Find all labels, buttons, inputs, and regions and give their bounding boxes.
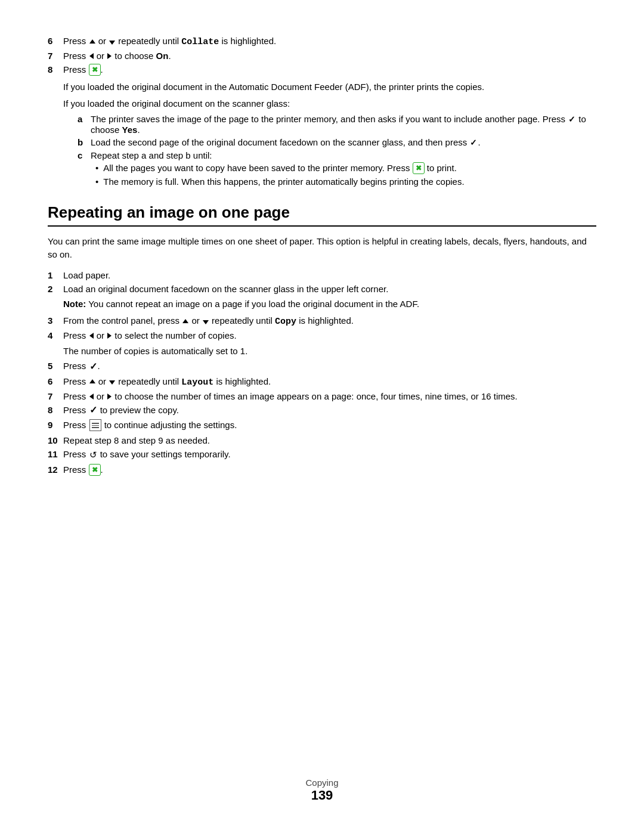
main-step-9: 9 Press to continue adjusting the settin…: [48, 420, 596, 432]
main-step-11: 11 Press ↺ to save your settings tempora…: [48, 449, 596, 460]
main-step-12-content: Press ✖.: [63, 465, 596, 476]
footer: Copying 139: [0, 778, 644, 803]
left-arrow-icon: [89, 53, 94, 59]
main-step-num-9: 9: [48, 420, 61, 430]
footer-page: 139: [0, 788, 644, 803]
main-step-11-content: Press ↺ to save your settings temporaril…: [63, 449, 596, 460]
check-icon-a: ✓: [568, 114, 575, 124]
step-8-top: 8 Press ✖.: [48, 64, 596, 76]
main-step-num-11: 11: [48, 449, 61, 459]
main-step-num-8: 8: [48, 405, 61, 415]
main-step-7-content: Press or to choose the number of times a…: [63, 391, 596, 401]
main-step-5: 5 Press ✓.: [48, 361, 596, 373]
step-8-content: Press ✖.: [63, 64, 596, 76]
sub-step-a: a The printer saves the image of the pag…: [78, 114, 596, 135]
main-step-4-content: Press or to select the number of copies.: [63, 330, 596, 340]
left-arrow-icon-4: [89, 333, 94, 339]
main-step-12: 12 Press ✖.: [48, 465, 596, 476]
right-arrow-icon: [107, 53, 112, 59]
step-4-sub-text: The number of copies is automatically se…: [63, 344, 596, 358]
down-arrow-icon: [109, 41, 115, 45]
note-block: Note: You cannot repeat an image on a pa…: [63, 298, 596, 311]
footer-label: Copying: [0, 778, 644, 788]
main-step-9-content: Press to continue adjusting the settings…: [63, 420, 596, 432]
up-arrow-icon-3: [182, 319, 188, 323]
layout-code: Layout: [181, 377, 213, 388]
bullet-list: All the pages you want to copy have been…: [95, 163, 596, 187]
sub-step-c-content: Repeat step a and step b until:: [91, 150, 212, 160]
adf-text-block: If you loaded the original document in t…: [63, 80, 596, 94]
sub-label-a: a: [78, 114, 88, 124]
main-step-num-2: 2: [48, 284, 61, 294]
on-label: On: [156, 51, 169, 61]
step-7-top: 7 Press or to choose On.: [48, 51, 596, 61]
main-step-10-content: Repeat step 8 and step 9 as needed.: [63, 435, 596, 445]
step-7-content: Press or to choose On.: [63, 51, 596, 61]
main-step-7: 7 Press or to choose the number of times…: [48, 391, 596, 401]
main-step-num-6: 6: [48, 376, 61, 386]
back-icon-11: ↺: [89, 450, 97, 460]
right-arrow-icon-4: [107, 333, 112, 339]
go-button-icon-12: ✖: [89, 464, 101, 476]
main-step-8-content: Press ✓ to preview the copy.: [63, 405, 596, 417]
adf-text: If you loaded the original document in t…: [63, 80, 596, 94]
check-icon-b: ✓: [470, 138, 477, 147]
main-step-2: 2 Load an original document facedown on …: [48, 284, 596, 294]
sub-label-c: c: [78, 150, 88, 160]
sub-step-a-content: The printer saves the image of the page …: [91, 114, 596, 135]
sub-step-c: c Repeat step a and step b until:: [78, 150, 596, 160]
main-step-3-content: From the control panel, press or repeate…: [63, 315, 596, 327]
up-arrow-icon-6: [89, 379, 95, 383]
step-num-7: 7: [48, 51, 61, 61]
sub-step-b-content: Load the second page of the original doc…: [91, 137, 481, 148]
bullet-2-text: The memory is full. When this happens, t…: [103, 176, 464, 187]
note-label: Note:: [63, 299, 86, 309]
scanner-glass-block: If you loaded the original document on t…: [63, 97, 596, 110]
main-step-5-content: Press ✓.: [63, 361, 596, 373]
sub-step-b: b Load the second page of the original d…: [78, 137, 596, 148]
main-step-8: 8 Press ✓ to preview the copy.: [48, 405, 596, 417]
main-step-10: 10 Repeat step 8 and step 9 as needed.: [48, 435, 596, 445]
yes-label: Yes: [122, 125, 138, 135]
main-step-1: 1 Load paper.: [48, 270, 596, 280]
main-step-6: 6 Press or repeatedly until Layout is hi…: [48, 376, 596, 388]
step-6-top: 6 Press or repeatedly until Collate is h…: [48, 36, 596, 47]
main-step-6-content: Press or repeatedly until Layout is high…: [63, 376, 596, 388]
main-step-num-7: 7: [48, 391, 61, 401]
main-step-4: 4 Press or to select the number of copie…: [48, 330, 596, 340]
sub-steps-block: a The printer saves the image of the pag…: [78, 114, 596, 187]
left-arrow-icon-7: [89, 394, 94, 400]
down-arrow-icon-6: [109, 380, 115, 385]
step-num-6: 6: [48, 36, 61, 46]
step-4-sub: The number of copies is automatically se…: [63, 344, 596, 358]
down-arrow-icon-3: [203, 320, 209, 324]
check-icon-5: ✓: [89, 361, 97, 372]
right-arrow-icon-7: [107, 394, 112, 400]
bullet-item-1: All the pages you want to copy have been…: [95, 163, 596, 175]
main-step-num-5: 5: [48, 361, 61, 371]
page-content: 6 Press or repeatedly until Collate is h…: [0, 0, 644, 528]
up-arrow-icon: [89, 39, 95, 44]
sub-label-b: b: [78, 137, 88, 147]
main-step-num-12: 12: [48, 465, 61, 475]
check-icon-8: ✓: [89, 404, 97, 416]
collate-code: Collate: [181, 37, 219, 47]
main-step-num-3: 3: [48, 315, 61, 326]
step-6-content: Press or repeatedly until Collate is hig…: [63, 36, 596, 47]
main-step-num-4: 4: [48, 330, 61, 340]
note-text: You cannot repeat an image on a page if …: [86, 299, 419, 309]
section-intro: You can print the same image multiple ti…: [48, 235, 596, 262]
main-step-num-10: 10: [48, 435, 61, 445]
step-num-8: 8: [48, 64, 61, 75]
copy-code: Copy: [275, 317, 296, 327]
go-button-icon: ✖: [89, 64, 101, 76]
main-step-2-content: Load an original document facedown on th…: [63, 284, 596, 294]
main-step-num-1: 1: [48, 270, 61, 280]
main-step-3: 3 From the control panel, press or repea…: [48, 315, 596, 327]
bullet-item-2: The memory is full. When this happens, t…: [95, 176, 596, 187]
menu-icon-9: [89, 419, 101, 431]
scanner-glass-text: If you loaded the original document on t…: [63, 97, 596, 110]
section-title: Repeating an image on one page: [48, 203, 596, 227]
go-button-icon-2: ✖: [413, 162, 425, 174]
main-step-1-content: Load paper.: [63, 270, 596, 280]
